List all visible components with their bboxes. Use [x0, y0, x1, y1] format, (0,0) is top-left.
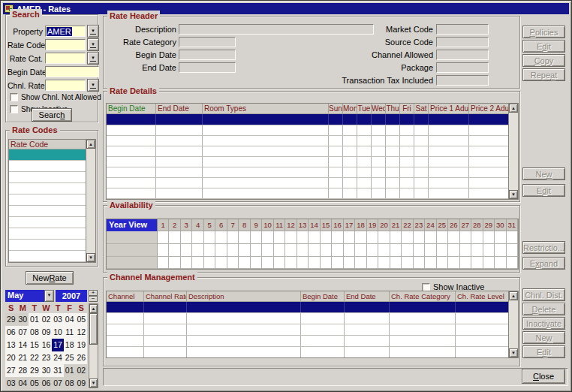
- calendar-day[interactable]: 11: [64, 326, 76, 339]
- availability-cell[interactable]: [181, 244, 192, 257]
- availability-cell[interactable]: [262, 257, 273, 269]
- availability-cell[interactable]: [437, 257, 448, 269]
- availability-cell[interactable]: [414, 257, 425, 269]
- calendar-day[interactable]: 12: [75, 326, 87, 339]
- rate-code-row[interactable]: [9, 172, 87, 183]
- availability-cell[interactable]: [285, 257, 297, 269]
- rate-details-row[interactable]: [107, 125, 510, 136]
- availability-cell[interactable]: [367, 244, 378, 257]
- availability-cell[interactable]: [158, 231, 169, 244]
- availability-cell[interactable]: [321, 231, 332, 244]
- availability-cell[interactable]: [344, 257, 355, 269]
- calendar-day[interactable]: 28: [17, 364, 29, 377]
- channel-row[interactable]: [107, 347, 510, 358]
- rate-code-row[interactable]: [9, 251, 87, 262]
- availability-cell[interactable]: [367, 257, 378, 269]
- availability-cell[interactable]: [437, 231, 448, 244]
- chnl-rate-lov-button[interactable]: ▼: [87, 79, 99, 92]
- availability-cell[interactable]: [425, 257, 436, 269]
- availability-cell[interactable]: [460, 231, 471, 244]
- calendar-day[interactable]: 13: [5, 339, 17, 351]
- scroll-down-button[interactable]: ▼: [89, 378, 98, 387]
- availability-cell[interactable]: [251, 257, 262, 269]
- availability-cell[interactable]: [507, 257, 518, 269]
- availability-cell[interactable]: [414, 231, 425, 244]
- calendar-day[interactable]: 09: [41, 326, 53, 339]
- rate-details-row[interactable]: [107, 188, 510, 199]
- rate-details-edit-button[interactable]: Edit: [522, 184, 565, 197]
- availability-cell[interactable]: [158, 257, 169, 269]
- availability-row[interactable]: [107, 257, 518, 269]
- availability-cell[interactable]: [239, 244, 250, 257]
- availability-cell[interactable]: [215, 257, 227, 269]
- rate-codes-scrollbar[interactable]: ▲▼: [86, 140, 95, 262]
- availability-cell[interactable]: [378, 257, 390, 269]
- channel-row[interactable]: [107, 313, 510, 324]
- restrictions-button[interactable]: Restrictio...: [522, 241, 565, 254]
- calendar-month-dropdown-icon[interactable]: ▼: [44, 290, 54, 302]
- scroll-track[interactable]: [86, 149, 95, 253]
- availability-cell[interactable]: [251, 231, 262, 244]
- calendar-day[interactable]: 02: [75, 364, 87, 377]
- calendar-day[interactable]: 29: [5, 313, 17, 326]
- availability-cell[interactable]: [448, 244, 459, 257]
- rate-details-new-button[interactable]: New: [522, 167, 565, 180]
- availability-cell[interactable]: [471, 231, 483, 244]
- availability-cell[interactable]: [402, 231, 413, 244]
- scroll-track[interactable]: [509, 300, 518, 348]
- availability-cell[interactable]: [471, 257, 483, 269]
- availability-cell[interactable]: [378, 231, 390, 244]
- scroll-up-button[interactable]: ▲: [509, 104, 518, 113]
- rate-details-row[interactable]: [107, 167, 510, 178]
- calendar-day[interactable]: 01: [64, 364, 76, 377]
- rate-code-row[interactable]: [9, 161, 87, 172]
- availability-cell[interactable]: [204, 257, 215, 269]
- availability-row[interactable]: [107, 244, 518, 257]
- availability-cell[interactable]: [158, 244, 169, 257]
- calendar-day[interactable]: 16: [41, 339, 53, 351]
- channel-management-scrollbar[interactable]: ▲▼: [508, 291, 518, 357]
- new-rate-button[interactable]: New Rate: [26, 271, 74, 285]
- calendar-day[interactable]: 27: [5, 364, 17, 377]
- availability-cell[interactable]: [355, 231, 366, 244]
- scroll-track[interactable]: [89, 345, 98, 378]
- scroll-up-button[interactable]: ▲: [509, 291, 518, 300]
- availability-cell[interactable]: [414, 244, 425, 257]
- rate-code-selected-row[interactable]: [9, 149, 87, 161]
- availability-cell[interactable]: [367, 231, 378, 244]
- calendar-day[interactable]: 25: [64, 351, 76, 364]
- availability-cell[interactable]: [192, 244, 203, 257]
- market-code-field[interactable]: [436, 24, 489, 35]
- availability-cell[interactable]: [483, 231, 495, 244]
- rate-category-field[interactable]: [179, 37, 236, 47]
- availability-row[interactable]: [107, 231, 518, 244]
- availability-cell[interactable]: [390, 231, 402, 244]
- availability-cell[interactable]: [227, 244, 239, 257]
- calendar-scrollbar[interactable]: ▲▼: [89, 303, 98, 388]
- calendar-day[interactable]: 05: [75, 313, 87, 326]
- availability-cell[interactable]: [274, 231, 285, 244]
- channel-row[interactable]: [107, 336, 510, 347]
- calendar-day[interactable]: 04: [17, 377, 29, 389]
- calendar-day[interactable]: 05: [29, 377, 41, 389]
- scroll-up-button[interactable]: ▲: [89, 304, 98, 313]
- availability-cell[interactable]: [495, 244, 506, 257]
- calendar-day[interactable]: 30: [41, 364, 53, 377]
- rate-details-row[interactable]: [107, 136, 510, 146]
- availability-cell[interactable]: [448, 231, 459, 244]
- rate-cat-input[interactable]: [45, 53, 86, 64]
- availability-cell[interactable]: [297, 231, 309, 244]
- availability-cell[interactable]: [425, 244, 436, 257]
- channel-allowed-field[interactable]: [436, 50, 489, 60]
- availability-cell[interactable]: [227, 231, 239, 244]
- availability-cell[interactable]: [251, 244, 262, 257]
- calendar-day[interactable]: 15: [29, 339, 41, 351]
- availability-cell[interactable]: [332, 257, 343, 269]
- calendar-day[interactable]: 06: [5, 326, 17, 339]
- rate-code-row[interactable]: [9, 240, 87, 251]
- show-chnl-not-allowed-checkbox[interactable]: [10, 93, 18, 101]
- availability-cell[interactable]: [460, 244, 471, 257]
- rate-details-row[interactable]: [107, 178, 510, 188]
- availability-cell[interactable]: [437, 244, 448, 257]
- availability-cell[interactable]: [192, 231, 203, 244]
